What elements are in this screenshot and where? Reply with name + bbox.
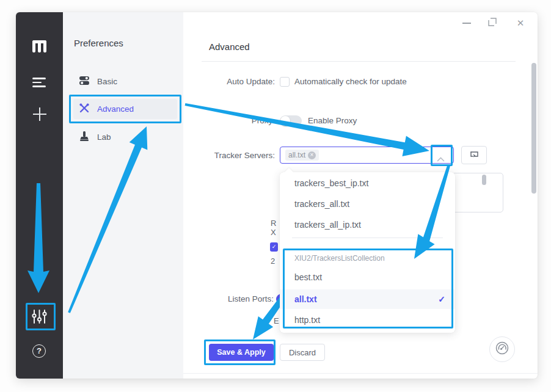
tracker-tag-label: all.txt [288,151,305,159]
maximize-icon [488,18,497,29]
annotation-box-tracker-group [283,249,453,328]
proxy-toggle[interactable] [280,115,302,126]
tracker-tag: all.txt × [285,150,319,161]
main-scrollbar[interactable] [531,63,536,194]
proxy-label: Proxy: [202,116,275,125]
nav-item-label: Lab [97,132,111,142]
occluded-text-fragment: R [271,219,276,228]
maximize-button[interactable] [483,16,502,31]
auto-update-label: Auto Update: [202,77,275,86]
annotation-box-save [204,339,276,365]
textarea-scrollbar[interactable] [482,175,486,185]
occluded-text-fragment: E [274,316,279,325]
annotation-box-chevron [431,145,453,166]
title-divider [202,61,516,62]
speedometer-icon [495,341,509,358]
tag-close-icon[interactable]: × [308,151,316,159]
sync-icon [469,150,480,161]
close-icon: ✕ [517,18,525,29]
occluded-checkbox-checked: ✓ [270,242,278,252]
task-list-icon[interactable] [32,78,46,87]
speed-limit-button[interactable] [489,336,515,362]
dropdown-item[interactable]: trackers_all_ip.txt [280,215,455,235]
page-title: Advanced [209,42,250,52]
listen-ports-label: Listen Ports: [202,294,274,303]
minimize-icon [462,23,471,24]
footer-divider [183,373,538,374]
auto-update-option-label: Automatically check for update [294,77,407,86]
help-icon[interactable]: ? [32,344,46,358]
toggle-knob [280,116,290,126]
annotation-box-preferences-icon [26,303,56,330]
nav-item-label: Basic [97,77,117,86]
proxy-option-label: Enable Proxy [308,116,357,125]
dropdown-item[interactable]: trackers_best_ip.txt [280,173,455,194]
sync-trackers-button[interactable] [461,146,487,164]
annotation-box-advanced [69,95,181,123]
nav-item-lab[interactable]: Lab [73,127,177,147]
dropdown-item[interactable]: trackers_all.txt [280,194,455,214]
app-window: ? Preferences Basic Advanced [16,12,538,379]
add-task-icon[interactable] [33,107,46,121]
close-button[interactable]: ✕ [511,16,530,31]
tracker-servers-label: Tracker Servers: [202,151,275,160]
dropdown-divider [292,238,443,238]
nav-item-basic[interactable]: Basic [73,71,177,92]
auto-update-checkbox[interactable] [280,77,290,87]
motrix-logo-icon [31,38,48,57]
occluded-text-fragment: X [271,228,276,237]
preferences-title: Preferences [74,38,123,48]
tracker-servers-select[interactable]: all.txt × [280,147,454,164]
minimize-button[interactable] [458,16,476,31]
lab-icon [79,131,90,143]
occluded-text-fragment: 2 [271,256,275,266]
discard-button[interactable]: Discard [280,344,325,361]
preferences-panel: Preferences Basic Advanced [63,12,183,379]
basic-icon [79,75,90,88]
